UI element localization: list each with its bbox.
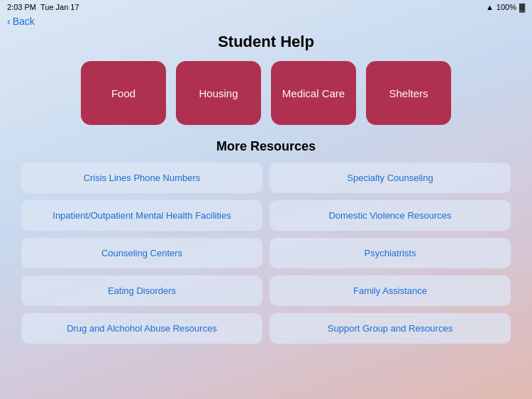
category-food[interactable]: Food [81, 61, 166, 125]
status-day: Tue Jan 17 [40, 3, 79, 11]
resource-inpatient-outpatient[interactable]: Inpatient/Outpatient Mental Health Facil… [21, 200, 262, 231]
back-button[interactable]: ‹ Back [0, 14, 532, 28]
category-shelters[interactable]: Shelters [366, 61, 451, 125]
resource-eating-disorders[interactable]: Eating Disorders [21, 275, 262, 306]
status-bar: 2:03 PM Tue Jan 17 ▲ 100% ▓ [0, 0, 532, 14]
resource-drug-alcohol[interactable]: Drug and Alchohol Abuse Resources [21, 313, 262, 344]
resource-crisis-lines[interactable]: Crisis Lines Phone Numbers [21, 163, 262, 193]
category-row: Food Housing Medical Care Shelters [0, 61, 532, 125]
battery-label: 100% [497, 3, 516, 11]
resource-specialty-counseling[interactable]: Specialty Counseling [270, 163, 511, 193]
page-title: Student Help [0, 33, 532, 51]
resource-family-assistance[interactable]: Family Assistance [270, 275, 511, 306]
category-medical-care[interactable]: Medical Care [271, 61, 356, 125]
resource-grid: Crisis Lines Phone Numbers Specialty Cou… [0, 163, 532, 344]
category-housing[interactable]: Housing [176, 61, 261, 125]
resource-domestic-violence[interactable]: Domestic Violence Resources [270, 200, 511, 231]
battery-icon: ▓ [519, 3, 525, 11]
back-chevron-icon: ‹ [7, 16, 11, 27]
resource-counseling-centers[interactable]: Counseling Centers [21, 238, 262, 268]
wifi-icon: ▲ [486, 3, 494, 11]
resource-psychiatrists[interactable]: Psychiatrists [270, 238, 511, 268]
status-time: 2:03 PM [7, 3, 36, 11]
resource-support-group[interactable]: Support Group and Resources [270, 313, 511, 344]
more-resources-title: More Resources [0, 139, 532, 154]
back-label: Back [13, 16, 35, 27]
